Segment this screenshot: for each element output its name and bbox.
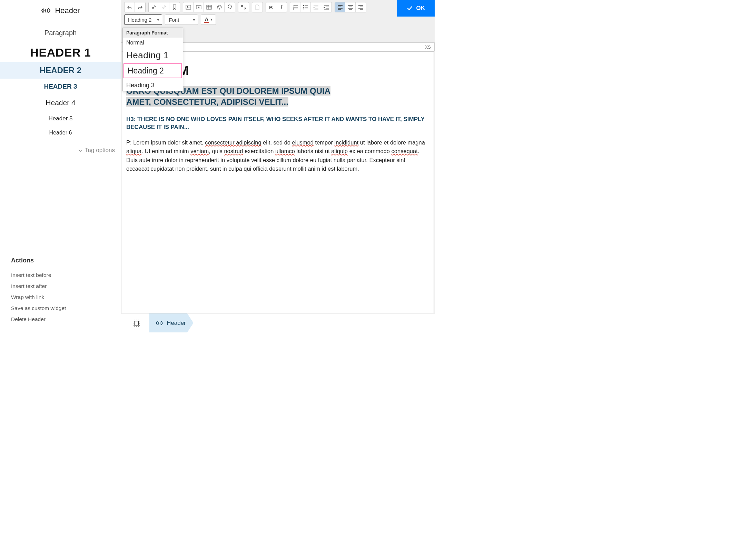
svg-point-7 xyxy=(220,6,220,7)
svg-rect-4 xyxy=(207,5,211,9)
undo-button[interactable] xyxy=(125,2,135,12)
collapse-button[interactable] xyxy=(238,2,249,12)
table-button[interactable] xyxy=(204,2,214,12)
svg-point-11 xyxy=(303,5,304,6)
sidebar: H1 Header Paragraph HEADER 1 HEADER 2 HE… xyxy=(0,0,121,332)
ordered-list-button[interactable]: 123 xyxy=(290,2,300,12)
chevron-down-icon: ▼ xyxy=(156,18,160,22)
action-delete-header[interactable]: Delete Header xyxy=(11,314,121,325)
header-icon: H1 xyxy=(41,7,51,14)
tag-options-label: Tag options xyxy=(85,147,115,154)
italic-button[interactable]: I xyxy=(276,2,287,12)
chevron-down-icon: ▼ xyxy=(192,18,196,22)
chevron-down-icon xyxy=(78,148,83,153)
action-insert-after[interactable]: Insert text after xyxy=(11,281,121,292)
bold-button[interactable]: B xyxy=(266,2,276,12)
sidebar-title: Header xyxy=(55,6,80,15)
breadcrumb-footer: H Header xyxy=(121,313,435,332)
breakpoint-label: XS xyxy=(425,44,431,50)
ok-label: OK xyxy=(416,5,425,12)
dropdown-item-heading-3[interactable]: Heading 3 xyxy=(123,79,183,91)
toolbar: B I 123 Heading 2 xyxy=(121,0,435,28)
emoji-button[interactable] xyxy=(214,2,225,12)
actions-section: Actions Insert text before Insert text a… xyxy=(0,257,121,332)
font-color-button[interactable]: A ▼ xyxy=(201,14,216,25)
style-header-2[interactable]: HEADER 2 xyxy=(0,62,121,79)
chevron-down-icon: ▼ xyxy=(210,18,213,21)
format-select-value: Heading 2 xyxy=(128,17,151,23)
align-left-button[interactable] xyxy=(335,2,345,12)
canvas-icon[interactable] xyxy=(127,313,146,332)
sidebar-header: H1 Header xyxy=(0,6,121,15)
svg-point-2 xyxy=(187,6,188,7)
action-save-custom[interactable]: Save as custom widget xyxy=(11,303,121,314)
style-paragraph[interactable]: Paragraph xyxy=(0,26,121,43)
link-button[interactable] xyxy=(149,2,159,12)
svg-text:3: 3 xyxy=(293,8,294,10)
content-h3[interactable]: H3: THERE IS NO ONE WHO LOVES PAIN ITSEL… xyxy=(126,116,429,131)
breadcrumb-label: Header xyxy=(167,320,186,327)
actions-title: Actions xyxy=(11,257,121,264)
dropdown-item-heading-1[interactable]: Heading 1 xyxy=(123,48,183,63)
align-right-button[interactable] xyxy=(356,2,366,12)
special-char-button[interactable] xyxy=(225,2,235,12)
page-button[interactable] xyxy=(252,2,263,12)
content-paragraph[interactable]: P: Lorem ipsum dolor sit amet, consectet… xyxy=(126,138,429,173)
breadcrumb-header[interactable]: H Header xyxy=(149,313,194,332)
svg-point-5 xyxy=(217,5,221,9)
align-center-button[interactable] xyxy=(345,2,356,12)
ok-button[interactable]: OK xyxy=(397,0,435,17)
action-insert-before[interactable]: Insert text before xyxy=(11,270,121,281)
style-header-1[interactable]: HEADER 1 xyxy=(0,43,121,62)
bookmark-button[interactable] xyxy=(169,2,180,12)
dropdown-item-normal[interactable]: Normal xyxy=(123,38,183,48)
indent-button[interactable] xyxy=(321,2,332,12)
redo-button[interactable] xyxy=(135,2,145,12)
image-button[interactable] xyxy=(183,2,194,12)
style-header-6[interactable]: Header 6 xyxy=(0,126,121,139)
video-button[interactable] xyxy=(194,2,204,12)
check-icon xyxy=(407,5,413,11)
content-h2-rest: AMET, CONSECTETUR, ADIPISCI VELIT... xyxy=(126,97,288,107)
font-select-value: Font xyxy=(169,17,179,23)
font-select[interactable]: Font ▼ xyxy=(165,14,198,25)
outdent-button[interactable] xyxy=(311,2,321,12)
svg-rect-15 xyxy=(134,321,138,325)
svg-text:H1: H1 xyxy=(43,9,49,13)
header-icon: H xyxy=(156,320,163,326)
dropdown-title: Paragraph Format xyxy=(123,28,183,38)
style-header-4[interactable]: Header 4 xyxy=(0,94,121,111)
svg-rect-1 xyxy=(186,5,191,9)
paragraph-format-dropdown: Paragraph Format Normal Heading 1 Headin… xyxy=(122,28,183,91)
unlink-button[interactable] xyxy=(159,2,169,12)
style-header-5[interactable]: Header 5 xyxy=(0,111,121,126)
tag-options-toggle[interactable]: Tag options xyxy=(0,139,121,154)
header-style-list: Paragraph HEADER 1 HEADER 2 HEADER 3 Hea… xyxy=(0,26,121,139)
paragraph-format-select[interactable]: Heading 2 ▼ xyxy=(124,14,162,25)
svg-point-12 xyxy=(303,7,304,8)
font-color-icon: A xyxy=(204,16,209,23)
svg-text:H: H xyxy=(158,321,160,325)
style-header-3[interactable]: HEADER 3 xyxy=(0,79,121,94)
svg-point-13 xyxy=(303,9,304,10)
svg-point-6 xyxy=(218,6,219,7)
unordered-list-button[interactable] xyxy=(300,2,311,12)
action-wrap-link[interactable]: Wrap with link xyxy=(11,292,121,303)
dropdown-item-heading-2[interactable]: Heading 2 xyxy=(123,63,182,78)
